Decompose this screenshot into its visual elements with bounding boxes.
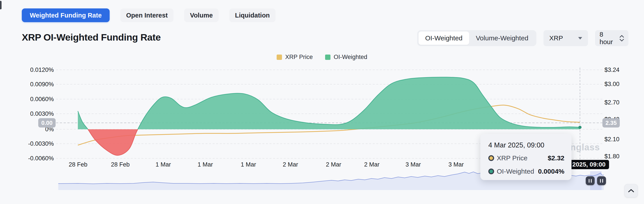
tooltip-date: 4 Mar 2025, 09:00 xyxy=(488,141,564,149)
tooltip-series-value: 0.0004% xyxy=(538,168,564,175)
tooltip-row: XRP Price$2.32 xyxy=(488,154,564,163)
x-axis-tick: 28 Feb xyxy=(111,161,130,168)
left-axis-tick: -0.0060% xyxy=(0,155,54,162)
tooltip-series-label: XRP Price xyxy=(497,154,528,162)
right-axis-tick: $2.70 xyxy=(604,99,620,106)
x-axis-tick: 1 Mar xyxy=(198,161,213,168)
tooltip-series-label: OI-Weighted xyxy=(497,168,534,175)
right-axis-tick: $3.24 xyxy=(604,67,620,73)
series-dot-icon xyxy=(488,169,494,174)
scroll-top-button[interactable] xyxy=(624,184,638,197)
right-axis-tick: $1.80 xyxy=(604,153,620,160)
x-axis-tick: 3 Mar xyxy=(406,161,421,168)
left-axis-tick: -0.0030% xyxy=(0,140,54,147)
left-axis-tick: 0.0060% xyxy=(0,96,54,103)
x-axis-tick: 2 Mar xyxy=(364,161,379,168)
right-axis-tick: $3.00 xyxy=(604,81,620,88)
x-axis-tick: 2 Mar xyxy=(283,161,298,168)
x-axis-tick: 1 Mar xyxy=(156,161,171,168)
x-axis-tick: 1 Mar xyxy=(240,161,256,168)
x-axis-tick: 3 Mar xyxy=(448,161,464,168)
current-funding-badge: 0.00 xyxy=(38,118,56,127)
navigator-right-handle[interactable] xyxy=(597,176,606,185)
current-price-badge: 2.35 xyxy=(602,118,620,127)
tooltip-row: OI-Weighted0.0004% xyxy=(488,167,564,176)
funding-rate-page: Weighted Funding RateOpen InterestVolume… xyxy=(0,0,644,204)
x-axis-tick: 2 Mar xyxy=(326,161,341,168)
left-axis-tick: 0.0120% xyxy=(0,67,54,73)
right-axis-tick: $2.10 xyxy=(604,136,620,143)
navigator-left-handle[interactable] xyxy=(586,176,595,185)
left-axis-tick: 0.0090% xyxy=(0,81,54,88)
chart-tooltip: 4 Mar 2025, 09:00 XRP Price$2.32OI-Weigh… xyxy=(480,134,572,180)
tooltip-series-value: $2.32 xyxy=(548,154,564,162)
x-axis-tick: 28 Feb xyxy=(69,161,88,168)
chevron-up-icon xyxy=(628,189,634,193)
left-axis-tick: 0.0030% xyxy=(0,110,54,117)
series-dot-icon xyxy=(488,155,494,161)
